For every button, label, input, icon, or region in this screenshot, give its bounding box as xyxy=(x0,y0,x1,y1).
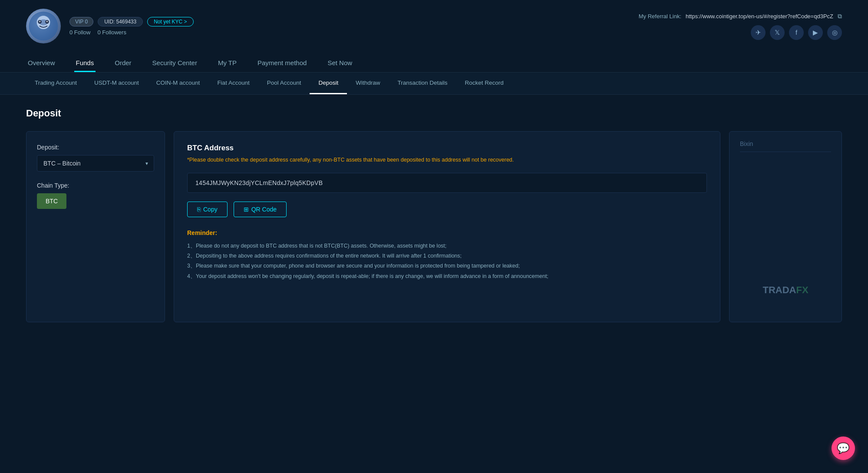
twitter-icon[interactable]: 𝕏 xyxy=(770,25,785,40)
coin-select-wrapper: BTC – Bitcoin ETH – Ethereum USDT – Teth… xyxy=(37,155,154,172)
referral-row: My Referral Link: https://www.cointiger.… xyxy=(639,13,842,20)
main-nav: Overview Funds Order Security Center My … xyxy=(26,51,842,72)
kyc-badge[interactable]: Not yet KYC > xyxy=(147,17,193,26)
svg-point-6 xyxy=(46,20,48,22)
sub-nav-transaction-details[interactable]: Transaction Details xyxy=(389,73,456,94)
sub-nav-deposit[interactable]: Deposit xyxy=(310,73,347,94)
social-icons: ✈ 𝕏 f ▶ ◎ xyxy=(751,25,842,40)
uid-badge: UID: 5469433 xyxy=(98,17,143,26)
nav-order[interactable]: Order xyxy=(113,55,133,72)
sub-nav-usdt-m[interactable]: USDT-M account xyxy=(86,73,148,94)
sub-nav-pool-account[interactable]: Pool Account xyxy=(258,73,310,94)
warning-text: *Please double check the deposit address… xyxy=(187,156,707,164)
nav-payment-method[interactable]: Payment method xyxy=(256,55,308,72)
chat-button[interactable]: 💬 xyxy=(832,437,855,460)
action-buttons: ⎘ Copy ⊞ QR Code xyxy=(187,202,707,217)
nav-my-tp[interactable]: My TP xyxy=(216,55,238,72)
nav-security-center[interactable]: Security Center xyxy=(151,55,199,72)
qr-code-button[interactable]: ⊞ QR Code xyxy=(234,202,287,217)
deposit-layout: Deposit: BTC – Bitcoin ETH – Ethereum US… xyxy=(26,131,842,322)
page-title: Deposit xyxy=(26,108,842,119)
page-content: Deposit Deposit: BTC – Bitcoin ETH – Eth… xyxy=(0,95,868,335)
instagram-icon[interactable]: ◎ xyxy=(827,25,842,40)
header-right: My Referral Link: https://www.cointiger.… xyxy=(639,13,842,40)
avatar xyxy=(26,9,61,43)
btc-address-title: BTC Address xyxy=(187,144,707,152)
copy-label: Copy xyxy=(203,206,218,213)
follow-info: 0 Follow 0 Followers xyxy=(69,29,194,36)
bixin-label: Bixin xyxy=(740,140,831,152)
reminder-list: 1、Please do not any deposit to BTC addre… xyxy=(187,241,707,281)
sub-nav-rocket-record[interactable]: Rocket Record xyxy=(456,73,512,94)
header: VIP 0 UID: 5469433 Not yet KYC > 0 Follo… xyxy=(0,0,868,73)
nav-set-now[interactable]: Set Now xyxy=(326,55,354,72)
reminder-item-3: 3、Please make sure that your computer, p… xyxy=(187,261,707,271)
follow-count: 0 Follow xyxy=(69,29,90,36)
trada-text: TRADA xyxy=(762,284,796,295)
nav-overview[interactable]: Overview xyxy=(26,55,57,72)
sub-nav-withdraw[interactable]: Withdraw xyxy=(347,73,389,94)
chat-icon: 💬 xyxy=(837,442,850,454)
header-top: VIP 0 UID: 5469433 Not yet KYC > 0 Follo… xyxy=(26,9,842,43)
sub-nav-fiat-account[interactable]: Fiat Account xyxy=(208,73,258,94)
reminder-item-1: 1、Please do not any deposit to BTC addre… xyxy=(187,241,707,251)
left-panel: Deposit: BTC – Bitcoin ETH – Ethereum US… xyxy=(26,131,165,322)
coin-select[interactable]: BTC – Bitcoin ETH – Ethereum USDT – Teth… xyxy=(37,155,154,172)
chain-btc-button[interactable]: BTC xyxy=(37,193,66,209)
sub-nav-coin-m[interactable]: COIN-M account xyxy=(148,73,209,94)
user-badges: VIP 0 UID: 5469433 Not yet KYC > xyxy=(69,17,194,26)
reminder-title: Reminder: xyxy=(187,229,707,236)
referral-label: My Referral Link: xyxy=(639,13,681,20)
qr-label: QR Code xyxy=(251,206,277,213)
fx-text: FX xyxy=(796,284,808,295)
vip-badge: VIP 0 xyxy=(69,17,93,26)
svg-point-5 xyxy=(39,20,41,22)
copy-button[interactable]: ⎘ Copy xyxy=(187,202,228,217)
facebook-icon[interactable]: f xyxy=(789,25,804,40)
chain-type-label: Chain Type: xyxy=(37,182,154,189)
reminder-item-2: 2、Depositing to the above address requir… xyxy=(187,251,707,261)
user-info: VIP 0 UID: 5469433 Not yet KYC > 0 Follo… xyxy=(69,17,194,36)
copy-icon: ⎘ xyxy=(197,206,201,213)
copy-referral-icon[interactable]: ⧉ xyxy=(838,13,842,20)
telegram-icon[interactable]: ✈ xyxy=(751,25,766,40)
qr-icon: ⊞ xyxy=(244,206,249,213)
referral-link: https://www.cointiger.top/en-us/#/regist… xyxy=(686,13,833,20)
followers-count: 0 Followers xyxy=(97,29,126,36)
tradafx-watermark: TRADAFX xyxy=(762,284,808,296)
header-left: VIP 0 UID: 5469433 Not yet KYC > 0 Follo… xyxy=(26,9,194,43)
sub-nav-trading-account[interactable]: Trading Account xyxy=(26,73,86,94)
middle-panel: BTC Address *Please double check the dep… xyxy=(174,131,720,322)
nav-funds[interactable]: Funds xyxy=(74,55,96,72)
btc-address-box: 1454JMJWyKN23djYCLmENdxJ7plq5KDpVB xyxy=(187,173,707,193)
reminder-item-4: 4、Your deposit address won't be changing… xyxy=(187,272,707,281)
youtube-icon[interactable]: ▶ xyxy=(808,25,823,40)
right-panel: Bixin TRADAFX xyxy=(729,131,842,322)
deposit-field-label: Deposit: xyxy=(37,144,154,151)
sub-nav: Trading Account USDT-M account COIN-M ac… xyxy=(0,73,868,95)
